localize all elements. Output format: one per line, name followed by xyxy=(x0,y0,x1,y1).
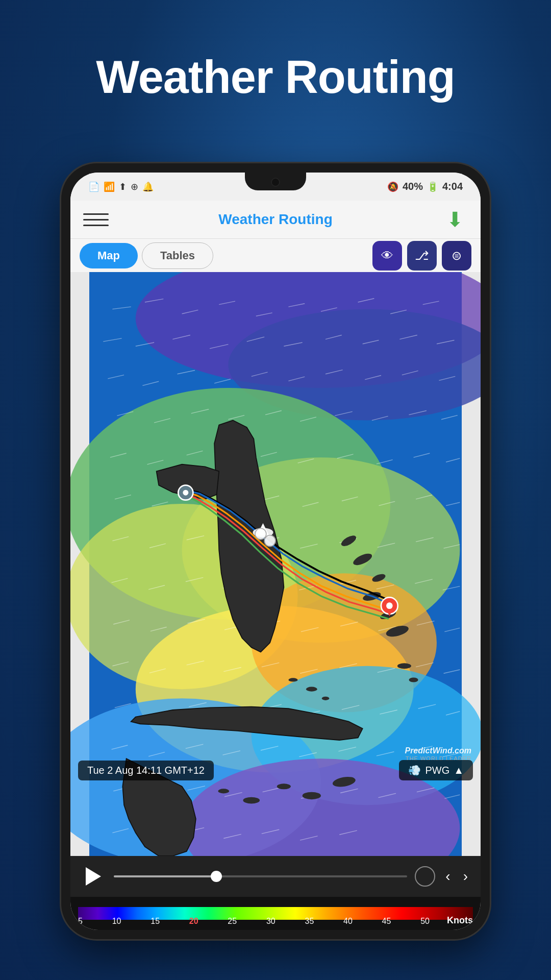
predictwind-text: PredictWind.com xyxy=(405,746,471,755)
status-left-icons: 📄 📶 ⬆ ⊕ 🔔 xyxy=(88,181,154,192)
share-icon: ⎇ xyxy=(415,249,429,263)
scale-label-35: 35 xyxy=(305,917,314,926)
svg-point-156 xyxy=(288,678,297,681)
scale-label-25: 25 xyxy=(228,917,237,926)
scale-labels: 5 10 15 20 25 30 35 40 45 50 xyxy=(78,917,430,926)
tab-tables[interactable]: Tables xyxy=(142,242,213,269)
layers-icon: ⊜ xyxy=(452,249,462,263)
signal-icon: 📶 xyxy=(104,181,115,192)
download-icon: ⬇ xyxy=(446,208,464,231)
scale-label-20: 20 xyxy=(189,917,198,926)
svg-point-172 xyxy=(386,602,393,609)
scale-label-15: 15 xyxy=(151,917,160,926)
scale-label-5: 5 xyxy=(78,917,83,926)
timeline-fill xyxy=(114,875,216,877)
phone-notch xyxy=(245,173,306,190)
hamburger-line-1 xyxy=(83,213,109,215)
phone-screen: 📄 📶 ⬆ ⊕ 🔔 🔕 40% 🔋 4:04 Weather Routing xyxy=(70,173,481,930)
page-title: Weather Routing xyxy=(0,51,551,104)
svg-point-162 xyxy=(243,797,260,804)
app-bar: Weather Routing ⬇ xyxy=(70,201,481,239)
prev-button[interactable]: ‹ xyxy=(443,866,453,887)
hamburger-line-3 xyxy=(83,225,109,226)
svg-point-160 xyxy=(303,792,321,800)
eye-button[interactable]: 👁 xyxy=(372,241,402,271)
svg-point-157 xyxy=(397,663,411,669)
clock: 4:04 xyxy=(442,181,463,192)
camera xyxy=(271,178,280,187)
hamburger-line-2 xyxy=(83,219,109,220)
svg-point-169 xyxy=(264,535,276,547)
battery-percent: 40% xyxy=(403,181,423,192)
wind-icon: 💨 xyxy=(408,764,421,776)
battery-icon: 🔋 xyxy=(427,181,438,192)
pwg-label: PWG xyxy=(425,765,449,776)
scale-label-45: 45 xyxy=(382,917,391,926)
scale-label-50: 50 xyxy=(420,917,430,926)
notification-icon: 🔔 xyxy=(142,181,154,192)
datetime-display: Tue 2 Aug 14:11 GMT+12 xyxy=(78,761,214,780)
location-icon: ⊕ xyxy=(131,181,138,192)
file-icon: 📄 xyxy=(88,181,99,192)
color-scale-bar: 5 10 15 20 25 30 35 40 45 50 Knots xyxy=(70,897,481,930)
svg-point-163 xyxy=(218,789,229,793)
svg-point-161 xyxy=(277,783,291,789)
timeline-thumb[interactable] xyxy=(211,871,222,882)
scale-unit: Knots xyxy=(447,915,473,926)
chevron-up-icon: ▲ xyxy=(454,765,464,776)
next-button[interactable]: › xyxy=(461,866,470,887)
app-title: Weather Routing xyxy=(218,211,332,228)
nav-circle xyxy=(415,866,435,887)
share-button[interactable]: ⎇ xyxy=(407,241,437,271)
scale-label-10: 10 xyxy=(112,917,121,926)
phone-frame: 📄 📶 ⬆ ⊕ 🔔 🔕 40% 🔋 4:04 Weather Routing xyxy=(61,163,490,939)
predictwind-logo: PredictWind.com The World Leader xyxy=(405,746,471,762)
timeline-track[interactable] xyxy=(114,875,407,877)
download-button[interactable]: ⬇ xyxy=(442,207,468,232)
layers-button[interactable]: ⊜ xyxy=(442,241,471,271)
svg-point-168 xyxy=(255,528,266,540)
eye-icon: 👁 xyxy=(381,249,393,263)
tab-map[interactable]: Map xyxy=(80,243,138,268)
status-right: 🔕 40% 🔋 4:04 xyxy=(387,181,463,192)
svg-point-154 xyxy=(306,687,317,692)
scale-label-40: 40 xyxy=(343,917,353,926)
pwg-button[interactable]: 💨 PWG ▲ xyxy=(399,760,473,780)
menu-button[interactable] xyxy=(83,207,109,232)
scale-label-30: 30 xyxy=(266,917,276,926)
svg-point-158 xyxy=(409,677,418,682)
play-icon xyxy=(86,867,101,886)
upload-icon: ⬆ xyxy=(119,181,127,192)
map-area[interactable]: PredictWind.com The World Leader Tue 2 A… xyxy=(70,272,481,856)
play-button[interactable] xyxy=(81,864,106,889)
title-section: Weather Routing xyxy=(0,51,551,104)
tab-right-icons: 👁 ⎇ ⊜ xyxy=(372,241,471,271)
tab-bar: Map Tables 👁 ⎇ ⊜ xyxy=(70,239,481,272)
playback-bar: ‹ › xyxy=(70,856,481,897)
bell-muted-icon: 🔕 xyxy=(387,181,398,192)
svg-point-165 xyxy=(183,490,188,496)
svg-point-155 xyxy=(322,697,330,700)
